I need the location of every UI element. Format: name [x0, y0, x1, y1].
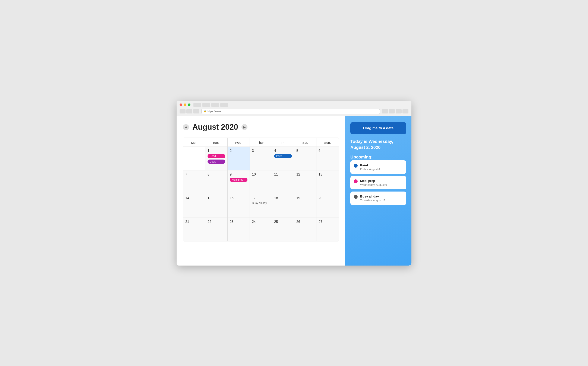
- upcoming-events-list: PaintFriday, August 4Meal prepWednesday,…: [350, 160, 406, 205]
- calendar-cell-0-5[interactable]: 5: [294, 147, 316, 170]
- event-badge-1-2-0[interactable]: Meal prep: [230, 178, 247, 182]
- day-header-fri: Fri.: [272, 138, 294, 147]
- event-column-0-4: Paint: [274, 154, 292, 159]
- cell-date-2-0: 14: [185, 196, 203, 200]
- calendar-cell-0-2[interactable]: 2: [227, 147, 250, 170]
- cell-date-0-3: 3: [252, 149, 270, 153]
- browser-actions: [382, 109, 408, 114]
- calendar-cell-3-3[interactable]: 24: [250, 218, 272, 241]
- nav-btn-1[interactable]: [180, 109, 186, 114]
- calendar-cell-0-6[interactable]: 6: [316, 147, 339, 170]
- calendar-cell-1-6[interactable]: 13: [316, 170, 339, 194]
- traffic-lights: [180, 103, 190, 106]
- address-bar[interactable]: 🔒 https://www.: [201, 109, 380, 114]
- calendar-cell-0-3[interactable]: 3: [250, 147, 272, 170]
- day-header-sun: Sun.: [316, 138, 339, 147]
- browser-action-3[interactable]: [396, 109, 402, 114]
- calendar-cell-2-5[interactable]: 19: [294, 194, 316, 218]
- event-badge-0-4-0[interactable]: Paint: [274, 154, 292, 158]
- cell-date-2-2: 16: [230, 196, 247, 200]
- calendar-cell-2-1[interactable]: 15: [205, 194, 227, 218]
- calendar-cell-0-1[interactable]: 1ReadCook: [205, 147, 227, 170]
- next-month-button[interactable]: ▶: [242, 124, 247, 130]
- day-header-mon: Mon: [183, 138, 205, 147]
- upcoming-section: Upcoming: PaintFriday, August 4Meal prep…: [350, 155, 406, 205]
- upcoming-card-1[interactable]: Meal prepWednesday, August 9: [350, 176, 406, 189]
- upcoming-dot-1: [354, 179, 358, 183]
- event-column-1-2: Meal prep: [230, 178, 247, 183]
- calendar-cell-1-1[interactable]: 8: [205, 170, 227, 194]
- calendar-cell-2-3[interactable]: 17Busy all day: [250, 194, 272, 218]
- calendar-week-3: 21222324252627: [183, 218, 339, 241]
- traffic-light-yellow[interactable]: [184, 103, 186, 106]
- nav-btn-3[interactable]: [193, 109, 199, 114]
- calendar-cell-2-0[interactable]: 14: [183, 194, 205, 218]
- cell-date-2-1: 15: [208, 196, 225, 200]
- upcoming-dot-2: [354, 195, 358, 199]
- browser-action-4[interactable]: [402, 109, 408, 114]
- cell-date-3-0: 21: [185, 220, 203, 224]
- prev-month-button[interactable]: ◀: [183, 124, 189, 130]
- cell-date-2-6: 20: [319, 196, 337, 200]
- calendar-cell-1-2[interactable]: 9Meal prep: [227, 170, 250, 194]
- window-controls: [193, 103, 228, 107]
- cell-date-3-1: 22: [208, 220, 225, 224]
- calendar-cell-2-4[interactable]: 18: [272, 194, 294, 218]
- calendar-body: 1ReadCook234Paint56789Meal prep101112131…: [183, 147, 339, 241]
- calendar-cell-0-0[interactable]: [183, 147, 205, 170]
- calendar-section: ◀ August 2020 ▶ Mon Tues. Wed. Thur. Fri…: [177, 116, 345, 266]
- calendar-cell-3-4[interactable]: 25: [272, 218, 294, 241]
- upcoming-card-0[interactable]: PaintFriday, August 4: [350, 160, 406, 174]
- calendar-header: ◀ August 2020 ▶: [183, 123, 339, 132]
- calendar-cell-1-3[interactable]: 10: [250, 170, 272, 194]
- cell-date-0-4: 4: [274, 149, 292, 153]
- upcoming-event-name-1: Meal prep: [360, 179, 403, 183]
- calendar-week-0: 1ReadCook234Paint56: [183, 147, 339, 170]
- win-ctrl-4: [220, 103, 228, 107]
- calendar-cell-3-2[interactable]: 23: [227, 218, 250, 241]
- cell-date-3-3: 24: [252, 220, 270, 224]
- sidebar: Drag me to a date Today is Wednesday, Au…: [345, 116, 411, 266]
- upcoming-info-2: Busy all dayThursday, August 17: [360, 195, 403, 202]
- browser-action-2[interactable]: [389, 109, 395, 114]
- browser-action-1[interactable]: [382, 109, 388, 114]
- calendar-cell-3-5[interactable]: 26: [294, 218, 316, 241]
- browser-chrome: 🔒 https://www.: [177, 101, 411, 116]
- day-header-sat: Sat.: [294, 138, 316, 147]
- cell-date-2-5: 19: [296, 196, 314, 200]
- cell-date-1-6: 13: [319, 173, 337, 176]
- calendar-cell-3-0[interactable]: 21: [183, 218, 205, 241]
- calendar-cell-1-0[interactable]: 7: [183, 170, 205, 194]
- cell-date-0-6: 6: [319, 149, 337, 153]
- cell-date-1-5: 12: [296, 173, 314, 176]
- cell-date-3-6: 27: [319, 220, 337, 224]
- lock-icon: 🔒: [204, 110, 206, 112]
- event-column-0-1: ReadCook: [208, 154, 225, 164]
- upcoming-dot-0: [354, 164, 358, 168]
- calendar-cell-3-6[interactable]: 27: [316, 218, 339, 241]
- cell-date-1-4: 11: [274, 173, 292, 176]
- event-badge-2-3-0[interactable]: Busy all day: [252, 201, 270, 205]
- traffic-light-green[interactable]: [188, 103, 190, 106]
- cell-date-2-4: 18: [274, 196, 292, 200]
- upcoming-info-1: Meal prepWednesday, August 9: [360, 179, 403, 186]
- upcoming-label: Upcoming:: [350, 155, 406, 160]
- cell-date-3-2: 23: [230, 220, 247, 224]
- calendar-cell-3-1[interactable]: 22: [205, 218, 227, 241]
- calendar-cell-1-5[interactable]: 12: [294, 170, 316, 194]
- calendar-cell-1-4[interactable]: 11: [272, 170, 294, 194]
- event-badge-0-1-1[interactable]: Cook: [208, 160, 225, 164]
- traffic-light-red[interactable]: [180, 103, 182, 106]
- upcoming-event-date-0: Friday, August 4: [360, 168, 403, 171]
- nav-btn-2[interactable]: [186, 109, 192, 114]
- upcoming-card-2[interactable]: Busy all dayThursday, August 17: [350, 191, 406, 205]
- app-body: ◀ August 2020 ▶ Mon Tues. Wed. Thur. Fri…: [177, 116, 411, 266]
- cell-date-3-5: 26: [296, 220, 314, 224]
- calendar-cell-2-2[interactable]: 16: [227, 194, 250, 218]
- calendar-cell-0-4[interactable]: 4Paint: [272, 147, 294, 170]
- browser-nav-buttons: [180, 109, 199, 114]
- url-text: https://www.: [208, 110, 221, 113]
- event-badge-0-1-0[interactable]: Read: [208, 154, 225, 158]
- drag-me-button[interactable]: Drag me to a date: [350, 122, 406, 134]
- calendar-cell-2-6[interactable]: 20: [316, 194, 339, 218]
